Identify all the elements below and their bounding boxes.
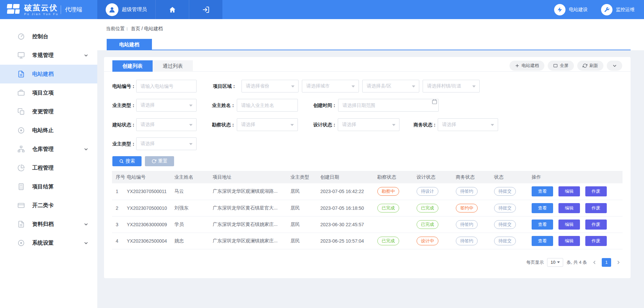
view-button[interactable]: 查看	[532, 186, 553, 196]
caret-down-icon	[189, 105, 193, 107]
col-owner: 业主姓名	[174, 171, 213, 183]
design-status-badge: 已完成	[417, 204, 438, 212]
owner-name-input[interactable]	[237, 99, 298, 112]
sidebar-item-label: 电站终止	[32, 127, 54, 134]
cell-owner: 姚忠	[174, 233, 213, 249]
search-button[interactable]: 搜索	[112, 156, 142, 166]
page-1-button[interactable]: 1	[602, 258, 611, 267]
cell-owner: 刘强东	[174, 200, 213, 216]
sitemap-icon	[17, 145, 25, 153]
edit-button[interactable]: 编辑	[558, 220, 580, 230]
page-size-select[interactable]: 10	[547, 258, 563, 267]
town-select[interactable]: 请选择村镇/街道	[423, 80, 480, 93]
build-status-label: 建站状态：	[112, 118, 136, 131]
table-row: 4 YX2023062500004 姚忠 广东深圳龙华区观澜镇姚家庄... 居民…	[112, 233, 623, 249]
sidebar-item-general-mgmt[interactable]: 常规管理	[0, 46, 97, 65]
city-select[interactable]: 请选择城市	[302, 80, 359, 93]
breadcrumb-current: 电站建档	[144, 26, 163, 31]
home-button[interactable]	[155, 0, 189, 19]
tab-passed-list[interactable]: 通过列表	[153, 60, 193, 72]
survey-status-badge: 已完成	[377, 237, 399, 245]
refresh-button[interactable]: 刷新	[577, 61, 603, 71]
edit-button[interactable]: 编辑	[558, 186, 580, 196]
search-icon	[119, 159, 124, 164]
view-button[interactable]: 查看	[532, 236, 553, 246]
sidebar-item-project-initiation[interactable]: 项目立项	[0, 83, 97, 102]
province-select[interactable]: 请选择省份	[241, 80, 299, 93]
sidebar-item-warehouse-mgmt[interactable]: 仓库管理	[0, 140, 97, 159]
void-button[interactable]: 作废	[585, 203, 607, 213]
station-table: 序号 电站编号 业主姓名 项目地址 业主类型 创建日期 勘察状态 设计状态 商务…	[112, 171, 623, 249]
sidebar-item-label: 电站建档	[32, 71, 54, 78]
breadcrumb-home[interactable]: 首页	[131, 26, 140, 31]
sidebar-item-engineering-mgmt[interactable]: 工程管理	[0, 159, 97, 177]
next-page-button[interactable]	[614, 258, 623, 267]
design-status-select[interactable]: 请选择	[338, 118, 399, 131]
edit-button[interactable]: 编辑	[558, 203, 580, 213]
nav-station-build[interactable]: 电站建设	[554, 4, 588, 15]
province-placeholder: 请选择省份	[246, 83, 269, 89]
sidebar-item-change-mgmt[interactable]: 变更管理	[0, 102, 97, 121]
cell-station-no: YX2023070500010	[127, 200, 174, 216]
design-status-badge: 待设计	[417, 187, 438, 196]
owner-type-select[interactable]: 请选择	[136, 99, 197, 112]
logout-button[interactable]	[189, 0, 222, 19]
col-business: 商务状态	[456, 171, 494, 183]
sidebar-item-station-archive[interactable]: 电站建档	[0, 65, 97, 83]
county-select[interactable]: 请选择县/区	[362, 80, 419, 93]
file-icon	[17, 70, 25, 78]
sidebar-item-station-termination[interactable]: 电站终止	[0, 121, 97, 140]
fullscreen-button[interactable]: 全屏	[548, 61, 574, 71]
table-row: 3 YX2023063000009 学员 广东深圳龙华区黄石镇姚家庄... 居民…	[112, 216, 623, 233]
page-tab-station-archive[interactable]: 电站建档	[107, 39, 152, 50]
business-status-badge: 待签约	[456, 237, 478, 245]
user-menu[interactable]: 超级管理员	[97, 0, 155, 19]
reset-button[interactable]: 重置	[145, 156, 174, 166]
cell-created: 2023-06-25 10:57:04	[320, 233, 377, 249]
create-station-button[interactable]: 电站建档	[509, 61, 544, 71]
home-icon	[169, 6, 176, 13]
view-button[interactable]: 查看	[532, 203, 553, 213]
owner-type2-placeholder: 请选择	[141, 141, 155, 147]
monitor-icon	[17, 52, 25, 59]
col-created: 创建日期	[320, 171, 377, 183]
void-button[interactable]: 作废	[585, 220, 607, 230]
view-button[interactable]: 查看	[532, 220, 553, 230]
design-status-label: 设计状态：	[313, 118, 337, 131]
cell-owner: 学员	[174, 216, 213, 233]
sidebar-item-data-archive[interactable]: 资料归档	[0, 215, 97, 234]
tab-create-list[interactable]: 创建列表	[112, 60, 153, 72]
brand-name: 破茧云伏	[24, 4, 59, 12]
sidebar-item-project-settlement[interactable]: 项目结算	[0, 177, 97, 196]
rotate-icon	[152, 159, 156, 164]
prev-page-button[interactable]	[590, 258, 598, 267]
sidebar-item-system-settings[interactable]: 系统设置	[0, 234, 97, 252]
sidebar-item-dashboard[interactable]: 控制台	[0, 27, 97, 46]
cell-station-no: YX2023062500004	[127, 233, 174, 249]
fullscreen-label: 全屏	[560, 63, 569, 69]
void-button[interactable]: 作废	[585, 236, 607, 246]
total-label: 条, 共 4 条	[567, 259, 587, 265]
col-seq: 序号	[112, 171, 127, 183]
collapse-toolbar-button[interactable]	[607, 61, 622, 71]
survey-status-select[interactable]: 请选择	[237, 118, 298, 131]
void-button[interactable]: 作废	[585, 186, 607, 196]
create-time-input[interactable]	[338, 99, 439, 112]
caret-down-icon	[291, 85, 294, 87]
table-header-row: 序号 电站编号 业主姓名 项目地址 业主类型 创建日期 勘察状态 设计状态 商务…	[112, 171, 623, 183]
sidebar-item-label: 工程管理	[32, 165, 54, 172]
col-survey: 勘察状态	[377, 171, 417, 183]
panel-header: 创建列表 通过列表 电站建档 全屏 刷新	[104, 57, 631, 72]
nav-monitor-ops-label: 监控运维	[616, 7, 635, 13]
cell-address: 广东深圳龙华区黄石镇星官大...	[213, 200, 290, 216]
caret-down-icon	[189, 124, 193, 126]
owner-type2-select[interactable]: 请选择	[136, 137, 197, 150]
build-status-select[interactable]: 请选择	[136, 118, 197, 131]
business-status-select[interactable]: 请选择	[438, 118, 498, 131]
nav-monitor-ops[interactable]: 监控运维	[601, 4, 635, 15]
station-no-input[interactable]	[136, 80, 197, 93]
edit-button[interactable]: 编辑	[558, 236, 580, 246]
sidebar-item-card-opening[interactable]: 开二类卡	[0, 196, 97, 215]
caret-down-icon	[392, 124, 395, 126]
col-status: 状态	[494, 171, 532, 183]
